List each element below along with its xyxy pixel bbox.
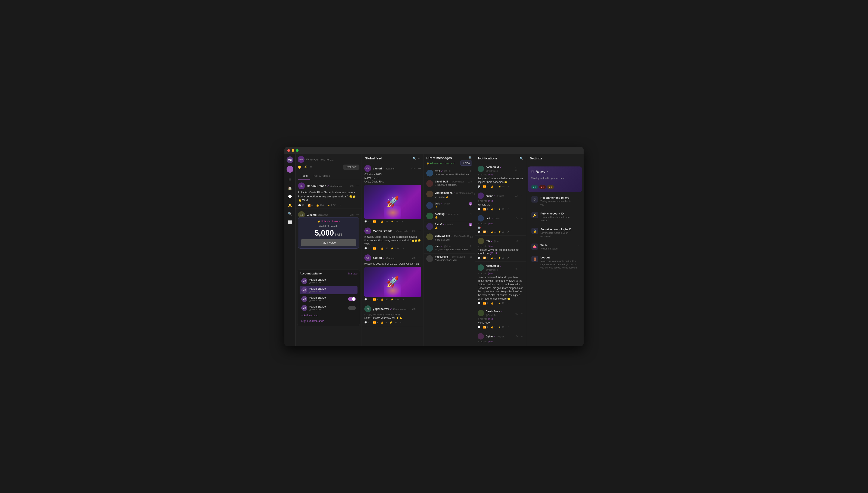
home-icon[interactable]: 🏠: [286, 185, 294, 191]
settings-secret-login[interactable]: 🔒 Secret account login ID Never share it…: [528, 225, 582, 240]
add-account-button[interactable]: + Add account: [300, 313, 358, 318]
gf-reply-1[interactable]: 💬 12: [364, 220, 370, 223]
notif-more-1[interactable]: ···: [521, 167, 524, 171]
notif-reply-btn-4[interactable]: 💬: [478, 257, 481, 259]
notif-more-7[interactable]: ···: [521, 335, 524, 338]
like-action[interactable]: 👍 198: [316, 204, 324, 207]
zap-action[interactable]: ⚡ 2.5K: [327, 204, 336, 207]
dm-item-4[interactable]: jack ✓ @jack · 2h ⚡ 2: [424, 200, 475, 211]
notif-share-3[interactable]: ↗: [507, 231, 509, 233]
notif-share-4[interactable]: ↗: [507, 257, 509, 259]
settings-recommended-relays[interactable]: ⬡ Recommended relays 7 relays are recomm…: [528, 194, 582, 209]
notif-like-3[interactable]: 👍 1: [491, 231, 496, 233]
bell-icon[interactable]: 🔔: [286, 202, 294, 209]
dm-item-7[interactable]: BenGWeeks ✓ @BenGWeeks · 10h it seems so…: [424, 232, 475, 243]
search-panel-icon[interactable]: 🔍: [412, 157, 416, 160]
notif-zap-4[interactable]: ⚡ 20: [498, 257, 504, 259]
minimize-button[interactable]: [292, 149, 294, 152]
gf-repost-3[interactable]: 🔁 1: [373, 298, 378, 301]
notif-repost-6[interactable]: 🔁 4: [483, 326, 488, 329]
gf-more-4[interactable]: ···: [418, 307, 421, 311]
gf-like-3[interactable]: 👍 198: [381, 298, 388, 301]
notif-repost-1[interactable]: 🔁 4: [483, 185, 488, 188]
notif-share-5[interactable]: ↗: [507, 302, 509, 305]
gf-more-3[interactable]: ···: [418, 256, 421, 260]
account-item[interactable]: MB Marlon Brando @mbrando: [300, 277, 358, 285]
notif-like-5[interactable]: 👍 1: [491, 302, 496, 305]
add-content-button[interactable]: +: [286, 166, 294, 173]
notif-reply-btn-6[interactable]: 💬: [478, 326, 481, 329]
more-icon[interactable]: ···: [356, 184, 359, 188]
global-feed-item-2[interactable]: MB Marlon Brando ✓ @mbrando · 2m ··· In …: [362, 226, 424, 252]
tab-replies[interactable]: Post & replies: [310, 172, 332, 180]
gf-share-3[interactable]: ↗: [402, 298, 404, 301]
dashboard-icon[interactable]: ⬜: [286, 219, 294, 226]
notif-reply-btn-5[interactable]: 💬: [478, 302, 481, 305]
notif-share-6[interactable]: ↗: [507, 326, 509, 329]
notif-repost-4[interactable]: 🔁 4: [483, 257, 488, 259]
global-feed-item-1[interactable]: Ca cameri ✓ @cameri · 2m ··· #Nostrica 2…: [362, 163, 424, 225]
gf-reply-3[interactable]: 💬 12: [364, 298, 370, 301]
tab-posts[interactable]: Posts: [298, 172, 310, 180]
notif-repost-3[interactable]: 🔁 4: [483, 231, 488, 233]
notif-more-4[interactable]: ···: [521, 239, 524, 243]
user-avatar[interactable]: MB: [286, 156, 294, 163]
global-feed-item-3[interactable]: Ca cameri ✓ @cameri · 2m ··· #Nostrica 2…: [362, 252, 424, 303]
notif-share-2[interactable]: ↗: [507, 208, 509, 211]
maximize-button[interactable]: [296, 149, 299, 152]
gf-share-1[interactable]: ↗: [401, 220, 403, 223]
notif-zap-5[interactable]: ⚡ 20: [498, 302, 504, 305]
gf-more-2[interactable]: ···: [418, 229, 421, 233]
close-button[interactable]: [287, 149, 290, 152]
notif-reply-btn-3[interactable]: 💬: [478, 231, 481, 233]
post-button[interactable]: Post now: [343, 165, 359, 170]
notif-zap-2[interactable]: ⚡ 20: [498, 208, 504, 211]
gf-repost-2[interactable]: 🔁 4: [373, 247, 378, 250]
gf-repost-a-4[interactable]: 🔁 1: [373, 321, 378, 324]
compose-input[interactable]: [306, 158, 359, 161]
dm-item-3[interactable]: vitorpamplona ✓ @vitorpamplona · 25m ✓ C…: [424, 189, 475, 200]
notif-repost-5[interactable]: 🔁 4: [483, 302, 488, 305]
notif-reply-btn-2[interactable]: 💬: [478, 208, 481, 211]
chat-icon[interactable]: 💬: [286, 193, 294, 200]
dm-item-1[interactable]: 0xtIt ✓ @0xtIt · 2s haha yes, for sure. …: [424, 168, 475, 178]
notif-more-2[interactable]: ···: [521, 194, 524, 197]
dm-item-8[interactable]: nico ✓ @nico · 2d Asi, viva argentina la…: [424, 243, 475, 254]
notif-share-1[interactable]: ↗: [507, 185, 509, 188]
search-icon[interactable]: 🔍: [286, 210, 294, 217]
dm-item-9[interactable]: nostr.build ✓ @nostr.build · 3d Awesome,…: [424, 254, 475, 264]
lightning-icon[interactable]: ⚡: [304, 165, 307, 169]
dm-item-6[interactable]: fiatjaf ✓ @fiatjaf · 8h 👍 1: [424, 221, 475, 232]
gf-like-2[interactable]: 👍 198: [381, 247, 388, 250]
notif-more-6[interactable]: ···: [521, 312, 524, 315]
repost-action[interactable]: 🔁 4: [308, 204, 312, 207]
settings-relays-item[interactable]: ⬡ Relays › 13 relays added to your accou…: [528, 167, 582, 192]
toggle-off[interactable]: [348, 306, 356, 310]
sign-out-button[interactable]: Sign out @mbrando: [300, 318, 358, 324]
gf-share-a-4[interactable]: ↗: [400, 321, 402, 324]
global-feed-item-4[interactable]: Yg yegorpetrov ✓ @yegorpetrov · 2m ··· I…: [362, 303, 424, 326]
gf-zap-3[interactable]: ⚡ 2.5K: [391, 298, 399, 301]
more-panel-icon[interactable]: ···: [418, 157, 421, 160]
gf-like-1[interactable]: 👍 198: [381, 220, 388, 223]
share-action[interactable]: ↗: [339, 204, 341, 207]
settings-logout[interactable]: 🚪 Logout Make sure your private and publ…: [528, 253, 582, 272]
notif-like-4[interactable]: 👍 1: [491, 257, 496, 259]
notif-more-3[interactable]: ···: [521, 217, 524, 220]
more-icon-2[interactable]: ···: [356, 213, 359, 217]
notif-reply-btn-1[interactable]: 💬: [478, 185, 481, 188]
pay-invoice-button[interactable]: Pay Invoice: [301, 239, 356, 246]
gf-reply-2[interactable]: 💬 12: [364, 247, 370, 250]
notif-repost-2[interactable]: 🔁 4: [483, 208, 488, 211]
gf-zap-2[interactable]: ⚡ 2.5K: [391, 247, 399, 250]
new-dm-button[interactable]: + New: [460, 160, 472, 166]
gf-like-a-4[interactable]: 👍 22: [381, 321, 387, 324]
account-item-3[interactable]: MB Marlon Brando @mbrando: [300, 295, 358, 303]
dm-item-5[interactable]: scsibug ✓ @scsibug · 3h 👍: [424, 211, 475, 221]
notif-zap-6[interactable]: ⚡ 20: [498, 326, 504, 329]
dm-search-icon[interactable]: 🔍: [469, 156, 472, 159]
gf-more-1[interactable]: ···: [418, 167, 421, 170]
grid-icon[interactable]: ⊞: [286, 176, 294, 183]
notif-like-1[interactable]: 👍 1: [491, 185, 496, 188]
notif-search-icon[interactable]: 🔍: [520, 157, 523, 160]
